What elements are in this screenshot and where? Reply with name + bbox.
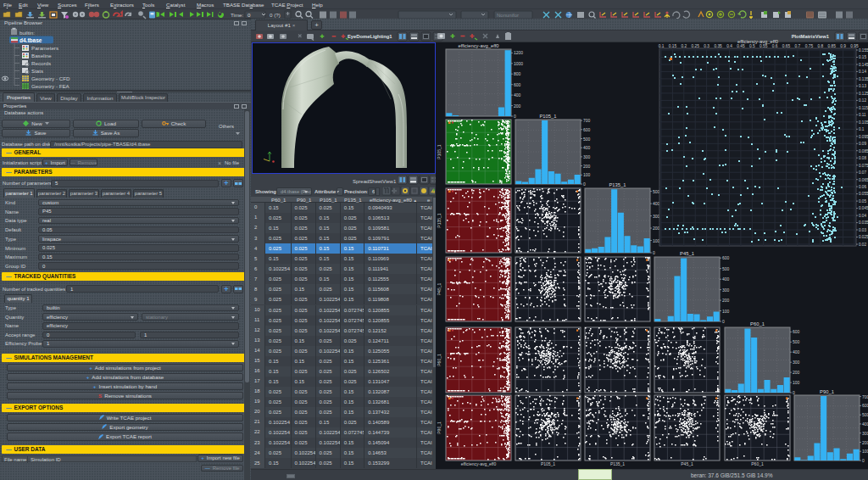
svg-text:800: 800 xyxy=(514,71,521,76)
svg-text:600: 600 xyxy=(862,403,868,408)
svg-text:P135_1: P135_1 xyxy=(609,182,626,187)
svg-text:300: 300 xyxy=(862,431,868,436)
svg-text:0.8: 0.8 xyxy=(817,44,823,48)
svg-text:100: 100 xyxy=(793,380,800,385)
svg-text:1000: 1000 xyxy=(514,61,523,66)
svg-text:400: 400 xyxy=(793,349,800,354)
svg-text:efficiency-avg_eff0: efficiency-avg_eff0 xyxy=(461,461,497,466)
svg-text:P45_1: P45_1 xyxy=(437,283,442,296)
svg-text:0.145: 0.145 xyxy=(859,63,868,67)
svg-text:P60_1: P60_1 xyxy=(751,461,764,466)
svg-text:0.025: 0.025 xyxy=(859,235,868,239)
svg-text:600: 600 xyxy=(583,127,591,132)
svg-text:500: 500 xyxy=(722,266,730,271)
svg-text:400: 400 xyxy=(862,421,868,427)
svg-text:0: 0 xyxy=(248,12,251,18)
svg-text:0: 0 xyxy=(862,458,865,463)
svg-text:700: 700 xyxy=(862,394,868,399)
svg-text:0.105: 0.105 xyxy=(859,120,868,125)
svg-text:Time:: Time: xyxy=(231,12,244,18)
svg-text:0.05: 0.05 xyxy=(859,199,866,204)
svg-text:0: 0 xyxy=(583,181,586,187)
svg-text:0.15: 0.15 xyxy=(859,55,866,59)
svg-text:200: 200 xyxy=(722,298,730,303)
svg-text:efficiency-avg_eff0: efficiency-avg_eff0 xyxy=(458,43,498,48)
svg-text:200: 200 xyxy=(653,226,660,231)
svg-text:0.5: 0.5 xyxy=(749,44,755,48)
svg-text:0.7: 0.7 xyxy=(795,44,801,48)
svg-text:400: 400 xyxy=(514,92,521,98)
svg-text:0.4: 0.4 xyxy=(726,44,732,48)
svg-text:300: 300 xyxy=(653,214,660,219)
svg-text:P105_1: P105_1 xyxy=(540,114,557,119)
svg-text:0.065: 0.065 xyxy=(859,178,868,182)
svg-text:0.04: 0.04 xyxy=(859,214,866,218)
svg-text:100: 100 xyxy=(583,172,591,177)
svg-text:500: 500 xyxy=(583,137,591,142)
svg-text:0.09: 0.09 xyxy=(859,142,866,146)
svg-text:0.75: 0.75 xyxy=(805,44,814,48)
svg-text:0.6: 0.6 xyxy=(772,44,778,48)
svg-text:0.135: 0.135 xyxy=(859,77,868,81)
svg-text:0: 0 xyxy=(722,319,725,324)
svg-text:0.07: 0.07 xyxy=(859,170,866,175)
svg-text:600: 600 xyxy=(514,82,521,87)
svg-text:0.25: 0.25 xyxy=(692,44,700,48)
svg-text:0.3: 0.3 xyxy=(704,44,709,48)
svg-text:0.095: 0.095 xyxy=(859,135,868,139)
svg-text:P135_1: P135_1 xyxy=(610,461,625,466)
svg-text:0: 0 xyxy=(653,250,655,255)
svg-text:0.9: 0.9 xyxy=(840,44,846,48)
svg-text:P45_1: P45_1 xyxy=(681,461,693,466)
svg-text:P45_1: P45_1 xyxy=(680,251,694,256)
svg-text:500: 500 xyxy=(793,339,800,344)
svg-text:0.125: 0.125 xyxy=(859,92,868,96)
svg-text:600: 600 xyxy=(722,255,730,260)
svg-text:0.045: 0.045 xyxy=(859,206,868,210)
svg-text:500: 500 xyxy=(653,189,660,194)
svg-text:0.85: 0.85 xyxy=(828,44,837,48)
svg-text:100: 100 xyxy=(722,309,730,314)
svg-text:400: 400 xyxy=(722,276,730,282)
svg-text:0.035: 0.035 xyxy=(859,220,868,225)
svg-text:0.06: 0.06 xyxy=(859,185,866,189)
svg-text:P90_1: P90_1 xyxy=(437,421,442,434)
svg-text:0.65: 0.65 xyxy=(782,44,791,48)
svg-text:0: 0 xyxy=(793,390,795,395)
svg-text:0.15: 0.15 xyxy=(669,44,677,48)
svg-text:100: 100 xyxy=(862,449,868,454)
svg-text:P135_1: P135_1 xyxy=(437,213,442,227)
svg-text:0.35: 0.35 xyxy=(714,44,722,48)
svg-text:0.13: 0.13 xyxy=(859,84,866,88)
svg-text:300: 300 xyxy=(722,287,730,293)
svg-text:0.14: 0.14 xyxy=(859,70,866,74)
svg-text:EyeDomeLighting1: EyeDomeLighting1 xyxy=(348,34,392,39)
svg-text:100: 100 xyxy=(653,238,660,243)
svg-text:0.12: 0.12 xyxy=(859,98,866,103)
svg-text:0.1: 0.1 xyxy=(659,44,665,48)
svg-text:200: 200 xyxy=(514,103,521,109)
svg-text:300: 300 xyxy=(793,360,800,365)
svg-text:P105_1: P105_1 xyxy=(437,144,442,159)
svg-text:0 (?): 0 (?) xyxy=(270,12,281,18)
svg-text:0.155: 0.155 xyxy=(859,48,868,53)
svg-text:P105_1: P105_1 xyxy=(541,461,555,466)
svg-text:400: 400 xyxy=(653,201,660,206)
svg-text:0.085: 0.085 xyxy=(859,149,868,153)
svg-text:0.45: 0.45 xyxy=(737,44,745,48)
svg-text:0.08: 0.08 xyxy=(859,156,866,160)
svg-text:0.2: 0.2 xyxy=(681,44,687,48)
svg-text:0.115: 0.115 xyxy=(859,106,868,110)
svg-text:0.02: 0.02 xyxy=(859,243,866,247)
svg-text:500: 500 xyxy=(862,412,868,417)
svg-text:200: 200 xyxy=(862,440,868,445)
svg-text:200: 200 xyxy=(793,370,800,375)
svg-text:0.95: 0.95 xyxy=(850,44,859,48)
svg-text:700: 700 xyxy=(583,118,591,123)
svg-text:P90_1: P90_1 xyxy=(820,389,834,394)
svg-text:0.055: 0.055 xyxy=(859,192,868,196)
svg-text:0.075: 0.075 xyxy=(859,164,868,168)
svg-text:200: 200 xyxy=(583,164,591,169)
svg-text:400: 400 xyxy=(583,145,591,150)
svg-text:0.1: 0.1 xyxy=(859,127,865,131)
